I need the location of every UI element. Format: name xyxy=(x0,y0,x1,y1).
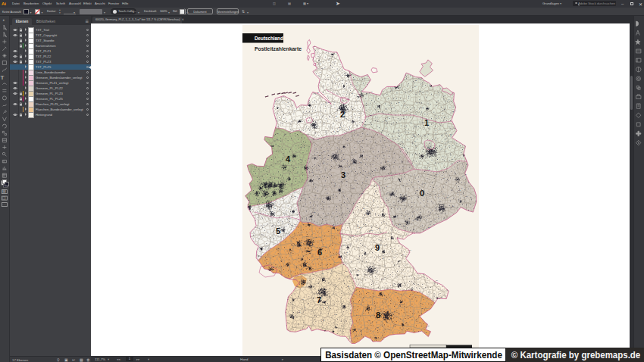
svg-text:31: 31 xyxy=(427,325,430,327)
svg-text:1: 1 xyxy=(424,118,429,127)
svg-text:10: 10 xyxy=(370,91,373,93)
svg-text:T: T xyxy=(1,74,5,81)
svg-text:9: 9 xyxy=(375,243,380,252)
svg-text:6: 6 xyxy=(317,248,322,257)
svg-text:2: 2 xyxy=(340,110,345,119)
svg-text:23: 23 xyxy=(317,92,319,94)
svg-text:8: 8 xyxy=(376,311,380,320)
svg-text:59: 59 xyxy=(465,173,467,176)
svg-text:4: 4 xyxy=(286,154,291,164)
svg-text:3: 3 xyxy=(341,170,345,179)
svg-text:7: 7 xyxy=(317,295,321,304)
svg-text:0: 0 xyxy=(420,189,424,198)
svg-text:34: 34 xyxy=(436,279,438,282)
svg-text:94: 94 xyxy=(454,110,456,112)
svg-text:Postleitzahlenkarte: Postleitzahlenkarte xyxy=(255,46,302,51)
svg-text:5: 5 xyxy=(276,226,280,236)
svg-text:Deutschland: Deutschland xyxy=(255,36,283,41)
svg-text:67: 67 xyxy=(409,249,411,251)
